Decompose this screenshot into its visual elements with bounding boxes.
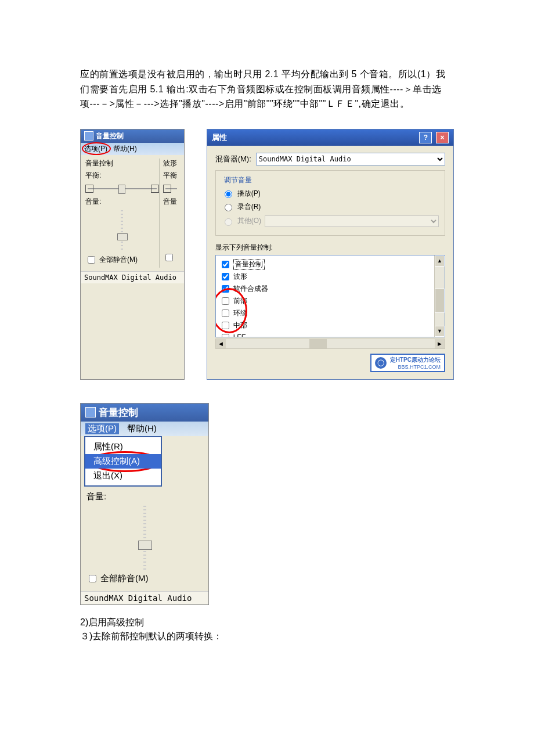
slider-knob[interactable] [118,185,125,194]
volume-label-2: 音量 [163,197,179,207]
balance-slider-2[interactable] [163,183,179,195]
balance-label: 平衡: [85,171,159,181]
menu-options[interactable]: 选项(P) [85,423,119,434]
radio-recording[interactable]: 录音(R) [222,202,439,212]
close-button[interactable]: × [436,132,449,143]
scroll-down-icon[interactable]: ▼ [435,326,445,337]
status-device: SoundMAX Digital Audio [81,271,184,283]
balance-slider[interactable] [85,183,159,195]
radio[interactable] [225,204,232,211]
properties-dialog: 属性 ? × 混音器(M): SoundMAX Digital Audio 调节… [207,129,454,380]
list-item[interactable]: 软件合成器 [219,283,431,294]
menu-item-advanced[interactable]: 高级控制(A) [85,454,161,469]
help-button[interactable]: ? [419,132,432,143]
status-device: SoundMAX Digital Audio [81,591,208,604]
volume-control-window-2: 音量控制 选项(P) 帮助(H) 属性(R) 高级控制(A) 退出(X) 音量:… [80,403,209,605]
menu-help[interactable]: 帮助(H) [127,423,157,434]
menubar: 选项(P) 帮助(H) [81,143,184,155]
speaker-left-icon [163,185,171,193]
channel-title: 音量控制 [85,159,159,168]
checkbox[interactable] [165,254,173,261]
checkbox[interactable] [89,575,96,582]
list-item[interactable]: 环绕 [219,308,431,319]
list-item[interactable]: 波形 [219,271,431,282]
other-select [265,215,439,227]
slider-knob[interactable] [138,541,152,550]
dialog-title: 属性 [212,132,227,143]
scroll-thumb[interactable] [309,339,327,348]
speaker-right-icon [151,185,159,193]
checkbox[interactable] [88,256,95,264]
list-caption: 显示下列音量控制: [215,243,445,253]
adjust-volume-group: 调节音量 播放(P) 录音(R) 其他(O) [215,170,445,236]
radio-playback[interactable]: 播放(P) [222,189,439,199]
mixer-label: 混音器(M): [215,154,251,164]
titlebar: 音量控制 [81,129,184,143]
mute-label: 全部静音(M) [100,573,149,584]
list-item[interactable]: 中部 [219,320,431,331]
titlebar: 音量控制 [81,404,208,422]
titlebar: 属性 ? × [207,129,453,146]
volume-controls-list: 音量控制 波形 软件合成器 前部 环绕 中部 LFE ▲ ▼ [215,255,445,337]
mute-all-checkbox[interactable]: 全部静音(M) [86,573,203,584]
volume-slider[interactable] [86,506,203,570]
menu-options[interactable]: 选项(P) [84,144,107,154]
scroll-up-icon[interactable]: ▲ [435,255,445,267]
scroll-right-icon[interactable]: ▶ [435,339,445,348]
menu-item-exit[interactable]: 退出(X) [85,469,161,483]
volume-label: 音量: [86,491,203,502]
list-item[interactable]: 前部 [219,296,431,307]
options-dropdown: 属性(R) 高级控制(A) 退出(X) [84,436,162,487]
list-item[interactable]: LFE [219,332,431,337]
menubar: 选项(P) 帮助(H) [81,422,208,436]
step-2-text: 2)启用高级控制 [80,615,454,629]
scroll-thumb[interactable] [435,289,445,313]
speaker-left-icon [85,185,93,193]
menu-item-properties[interactable]: 属性(R) [85,440,161,454]
volume-label: 音量: [85,197,159,207]
radio[interactable] [225,190,232,198]
scroll-left-icon[interactable]: ◀ [216,339,226,348]
channel-title-2: 波形 [163,159,179,168]
balance-label-2: 平衡 [163,171,179,181]
vertical-scrollbar[interactable]: ▲ ▼ [434,255,445,337]
volume-control-window: 音量控制 选项(P) 帮助(H) 音量控制 平衡: 音量: [80,129,185,380]
horizontal-scrollbar[interactable]: ◀ ▶ [215,339,445,349]
volume-slider[interactable] [85,210,159,251]
app-icon [85,407,96,417]
window-title: 音量控制 [99,406,138,419]
list-item[interactable]: 音量控制 [219,259,431,270]
group-title: 调节音量 [222,175,254,185]
slider-knob[interactable] [117,233,128,240]
mute-label: 全部静音(M) [99,255,138,265]
radio-other: 其他(O) [222,215,439,227]
app-icon [84,131,93,141]
watermark: ◯ 定HTPC原动力论坛 BBS.HTPC1.COM [215,354,445,372]
mixer-select[interactable]: SoundMAX Digital Audio [256,153,445,165]
step-3-text: ３)去除前部控制默认的两项转换： [80,629,454,643]
watermark-logo-icon: ◯ [375,357,387,369]
radio [225,218,232,226]
paragraph: 应的前置选项是没有被启用的，输出时只用 2.1 平均分配输出到 5 个音箱。所以… [80,67,454,111]
window-title: 音量控制 [96,131,124,141]
menu-help[interactable]: 帮助(H) [113,144,137,154]
mute-all-checkbox[interactable]: 全部静音(M) [85,254,159,265]
